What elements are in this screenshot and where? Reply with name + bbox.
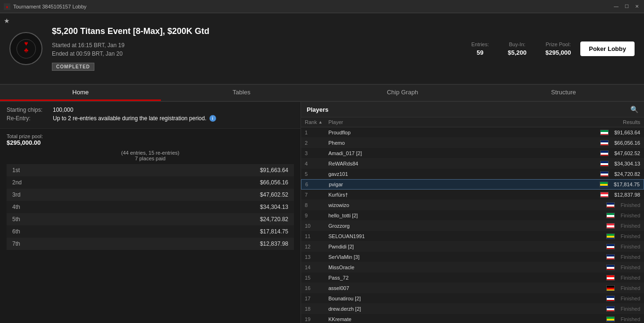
prize-place: 4th [7,201,35,213]
svg-text:♦: ♦ [6,4,8,9]
players-title: Players [307,106,328,113]
favorite-icon[interactable]: ★ [4,17,10,25]
player-row[interactable]: 11 SELOUAN1991 Finished [301,231,644,241]
player-row[interactable]: 10 Grozzorg Finished [301,221,644,231]
close-button[interactable]: ✕ [634,3,640,10]
player-row[interactable]: 12 Pwndidi [2] Finished [301,241,644,252]
svg-rect-11 [601,151,609,153]
tab-structure[interactable]: Structure [483,85,644,101]
player-result: Finished [620,285,640,291]
player-rank: 14 [305,265,328,270]
player-result: Finished [620,223,640,229]
svg-rect-27 [607,205,615,207]
svg-rect-26 [607,203,615,205]
poker-lobby-button[interactable]: Poker Lobby [580,41,635,56]
player-flag [606,296,620,301]
title-bar-text: Tournament 3845105157 Lobby [13,4,613,9]
player-flag [600,150,614,156]
player-result: Finished [620,244,640,249]
player-row[interactable]: 17 Bounatirou [2] Finished [301,293,644,304]
svg-rect-50 [607,286,615,288]
svg-rect-9 [601,142,609,144]
header-stats: Entries: 59 Buy-In: $5,200 Prize Pool: $… [471,41,571,56]
prizepool-stat: Prize Pool: $295,000 [545,41,571,56]
player-flag [606,285,620,291]
prize-amount: $12,837.98 [35,238,294,250]
svg-rect-31 [607,217,615,218]
player-flag [600,171,614,177]
prize-row: 2nd$66,056.16 [7,176,294,189]
player-row[interactable]: 1 Proudflop $91,663.64 [301,127,644,138]
prize-place: 3rd [7,189,35,201]
svg-rect-45 [607,267,615,269]
minimize-button[interactable]: — [613,3,619,10]
player-rank: 8 [305,202,328,208]
starting-chips-value: 100,000 [53,107,73,113]
player-result: Finished [620,275,640,281]
svg-rect-10 [601,144,609,146]
svg-rect-20 [600,182,608,184]
player-rank: 18 [305,306,328,312]
player-row[interactable]: 14 MissOracle Finished [301,262,644,273]
svg-rect-25 [601,196,609,198]
player-row[interactable]: 7 Kurfürs† $12,837.98 [301,190,644,200]
tab-tables[interactable]: Tables [161,85,322,101]
player-row[interactable]: 4 ReWARds84 $34,304.13 [301,158,644,169]
player-name: SELOUAN1991 [328,233,606,239]
player-flag [600,182,614,187]
maximize-button[interactable]: ☐ [623,3,630,10]
results-col-header: Results [623,119,640,125]
player-flag [600,140,614,146]
svg-rect-17 [601,172,609,174]
player-row[interactable]: 6 pvigar $17,814.75 [301,179,644,190]
player-result: Finished [620,296,640,301]
svg-rect-22 [600,186,608,187]
svg-rect-48 [607,277,615,279]
reentry-value: Up to 2 re-entries available during the … [53,115,216,122]
svg-rect-30 [607,215,615,217]
player-row[interactable]: 19 KKremate Finished [301,314,644,323]
title-bar: ♦ Tournament 3845105157 Lobby — ☐ ✕ [0,0,644,13]
svg-rect-54 [607,298,615,300]
svg-rect-49 [607,279,615,281]
svg-rect-53 [607,296,615,298]
player-row[interactable]: 18 drew.derzh [2] Finished [301,304,644,314]
prize-summary: (44 entries, 15 re-entries) 7 places pai… [7,150,294,161]
player-row[interactable]: 13 SerVlaMin [3] Finished [301,252,644,262]
players-columns: Rank ▲ Player Results [301,117,644,127]
svg-rect-58 [607,310,615,312]
tab-chip-graph[interactable]: Chip Graph [322,85,483,101]
player-row[interactable]: 16 assel007 Finished [301,283,644,293]
player-flag [606,254,620,260]
svg-rect-5 [601,130,609,132]
svg-rect-33 [607,225,615,227]
search-icon[interactable]: 🔍 [630,106,638,113]
player-name: Grozzorg [328,223,606,229]
nav-tabs: Home Tables Chip Graph Structure [0,85,644,102]
player-name: pvigar [329,182,600,187]
player-row[interactable]: 9 hello_totti [2] Finished [301,210,644,221]
svg-rect-36 [607,236,615,238]
player-row[interactable]: 15 Pass_72 Finished [301,273,644,283]
right-panel: Players 🔍 Rank ▲ Player Results 1 Proudf… [301,102,644,323]
players-list[interactable]: 1 Proudflop $91,663.64 2 Phemo $66,056.1… [301,127,644,323]
player-rank: 1 [305,130,328,135]
prize-place: 5th [7,213,35,225]
player-row[interactable]: 5 gavz101 $24,720.82 [301,169,644,179]
player-name: gavz101 [328,171,600,177]
player-row[interactable]: 8 wizowizo Finished [301,200,644,210]
tab-home[interactable]: Home [0,85,161,101]
player-row[interactable]: 2 Phemo $66,056.16 [301,138,644,148]
player-name: wizowizo [328,202,606,208]
svg-rect-55 [607,300,615,301]
entries-label: Entries: [471,41,489,47]
main-content: Starting chips: 100,000 Re-Entry: Up to … [0,102,644,323]
player-name: MissOracle [328,265,606,270]
player-name: Phemo [328,140,600,146]
ended-at: Ended at 00:59 BRT, Jan 20 [52,50,471,57]
player-name: KKremate [328,316,606,322]
player-flag [606,244,620,249]
prize-place: 6th [7,225,35,238]
svg-rect-43 [607,258,615,260]
player-row[interactable]: 3 Amadi_017 [2] $47,602.52 [301,148,644,158]
